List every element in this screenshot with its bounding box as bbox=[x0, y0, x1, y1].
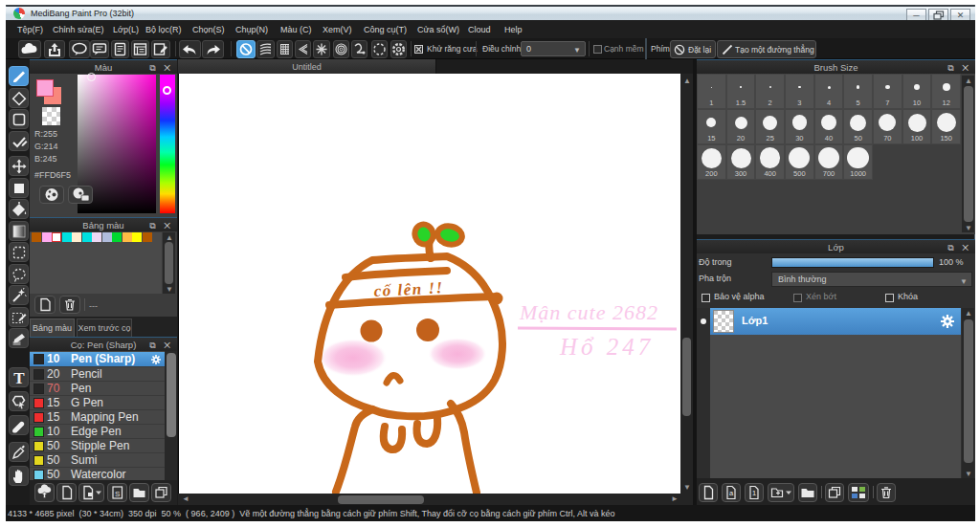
svg-text:cố lên !!: cố lên !! bbox=[373, 278, 444, 300]
svg-text:T: T bbox=[13, 369, 25, 387]
svg-text:1: 1 bbox=[752, 489, 756, 497]
svg-text:Mận cute 2682: Mận cute 2682 bbox=[519, 300, 658, 324]
svg-text:Hổ 247: Hổ 247 bbox=[559, 334, 654, 360]
svg-text:a: a bbox=[729, 489, 734, 497]
svg-text:S: S bbox=[115, 490, 120, 498]
